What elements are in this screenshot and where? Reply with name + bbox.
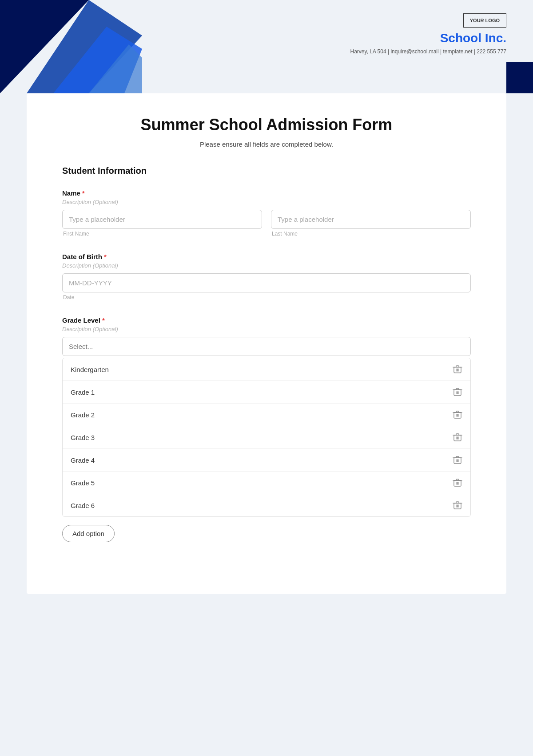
- list-item: Grade 5: [63, 472, 470, 494]
- add-option-button[interactable]: Add option: [62, 525, 115, 542]
- name-field-group: Name * Description (Optional) First Name…: [62, 189, 471, 237]
- form-title: Summer School Admission Form: [62, 116, 471, 134]
- last-name-input[interactable]: [271, 210, 471, 229]
- grade-description: Description (Optional): [62, 326, 471, 332]
- list-item: Grade 3: [63, 426, 470, 449]
- delete-grade2-icon[interactable]: [453, 410, 462, 420]
- delete-grade6-icon[interactable]: [453, 500, 462, 510]
- first-name-wrapper: First Name: [62, 210, 262, 237]
- name-description: Description (Optional): [62, 199, 471, 205]
- first-name-input[interactable]: [62, 210, 262, 229]
- grade-field-group: Grade Level * Description (Optional) Kin…: [62, 316, 471, 542]
- option-label-grade5: Grade 5: [71, 479, 95, 487]
- list-item: Grade 1: [63, 381, 470, 404]
- option-label-grade3: Grade 3: [71, 434, 95, 441]
- option-label-grade2: Grade 2: [71, 411, 95, 419]
- dob-input[interactable]: [62, 273, 471, 292]
- grade-label-text: Grade Level: [62, 316, 100, 324]
- header-decoration-left: [0, 0, 142, 93]
- option-label-grade1: Grade 1: [71, 388, 95, 396]
- form-subtitle: Please ensure all fields are completed b…: [62, 140, 471, 148]
- name-input-row: First Name Last Name: [62, 210, 471, 237]
- main-content: Summer School Admission Form Please ensu…: [27, 93, 506, 594]
- dob-description: Description (Optional): [62, 262, 471, 269]
- list-item: Grade 6: [63, 494, 470, 516]
- last-name-wrapper: Last Name: [271, 210, 471, 237]
- grade-options-list: Kindergarten Grade 1: [62, 358, 471, 517]
- first-name-sublabel: First Name: [62, 231, 262, 237]
- last-name-sublabel: Last Name: [271, 231, 471, 237]
- list-item: Grade 2: [63, 404, 470, 426]
- dob-field-group: Date of Birth * Description (Optional) D…: [62, 253, 471, 300]
- name-label: Name *: [62, 189, 471, 197]
- option-label-grade6: Grade 6: [71, 502, 95, 509]
- option-label-grade4: Grade 4: [71, 456, 95, 464]
- grade-required-star: *: [102, 316, 105, 324]
- header: YOUR LOGO School Inc. Harvey, LA 504 | i…: [0, 0, 533, 93]
- grade-select-input[interactable]: [62, 337, 471, 356]
- section-title: Student Information: [62, 166, 471, 176]
- dob-label-text: Date of Birth: [62, 253, 102, 260]
- header-logo-area: YOUR LOGO School Inc. Harvey, LA 504 | i…: [350, 13, 506, 55]
- school-name: School Inc.: [350, 31, 506, 45]
- delete-grade1-icon[interactable]: [453, 387, 462, 397]
- school-info: Harvey, LA 504 | inquire@school.mail | t…: [350, 48, 506, 55]
- logo-box: YOUR LOGO: [463, 13, 506, 28]
- list-item: Grade 4: [63, 449, 470, 472]
- name-label-text: Name: [62, 189, 80, 197]
- option-label-kindergarten: Kindergarten: [71, 366, 109, 373]
- delete-grade3-icon[interactable]: [453, 432, 462, 442]
- list-item: Kindergarten: [63, 358, 470, 381]
- dob-required-star: *: [104, 253, 107, 260]
- grade-label: Grade Level *: [62, 316, 471, 324]
- page-wrapper: YOUR LOGO School Inc. Harvey, LA 504 | i…: [0, 0, 533, 594]
- delete-kindergarten-icon[interactable]: [453, 364, 462, 374]
- name-required-star: *: [82, 189, 85, 197]
- dob-label: Date of Birth *: [62, 253, 471, 260]
- dob-sublabel: Date: [62, 294, 471, 300]
- header-right-decoration: [506, 62, 533, 93]
- delete-grade5-icon[interactable]: [453, 478, 462, 488]
- delete-grade4-icon[interactable]: [453, 455, 462, 465]
